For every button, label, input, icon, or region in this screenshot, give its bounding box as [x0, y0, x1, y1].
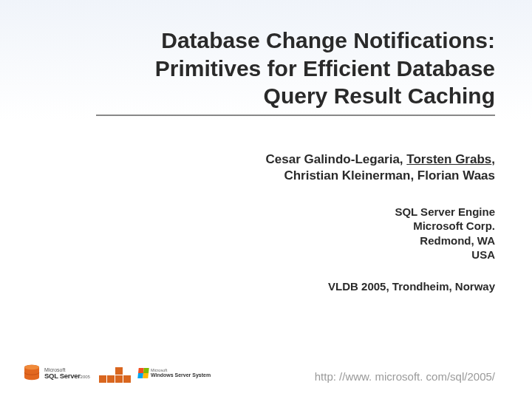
author-text: Cesar Galindo-Legaria, — [265, 152, 406, 166]
authors-line-1: Cesar Galindo-Legaria, Torsten Grabs, — [96, 151, 495, 168]
authors-block: Cesar Galindo-Legaria, Torsten Grabs, Ch… — [96, 151, 495, 184]
affiliation-line: SQL Server Engine — [96, 205, 495, 219]
slide-title: Database Change Notifications: Primitive… — [96, 27, 495, 116]
slide: Database Change Notifications: Primitive… — [0, 0, 532, 399]
sql-server-logo: Microsoft SQL Server2005 — [22, 364, 90, 383]
affiliation-line: USA — [96, 248, 495, 262]
footer-url: http: //www. microsoft. com/sql/2005/ — [315, 370, 495, 383]
database-icon — [22, 364, 41, 383]
ws-logo-text: Microsoft Windows Server System — [151, 369, 211, 378]
svg-point-1 — [24, 365, 39, 369]
windows-server-logo: Microsoft Windows Server System — [138, 368, 211, 378]
affiliation-line: Microsoft Corp. — [96, 219, 495, 233]
authors-line-2: Christian Kleinerman, Florian Waas — [96, 168, 495, 184]
sql-logo-text: Microsoft SQL Server2005 — [44, 367, 90, 380]
decorative-squares-icon — [99, 367, 131, 383]
venue-text: VLDB 2005, Trondheim, Norway — [96, 280, 495, 293]
logo-area: Microsoft SQL Server2005 Microsoft Windo… — [22, 364, 211, 383]
ws-product: Windows Server System — [151, 372, 211, 378]
logo-product: SQL Server — [44, 372, 81, 380]
author-presenter: Torsten Grabs — [406, 152, 491, 166]
author-text: , — [491, 152, 495, 166]
affiliation-line: Redmond, WA — [96, 233, 495, 248]
logo-year: 2005 — [81, 375, 90, 379]
affiliation-block: SQL Server Engine Microsoft Corp. Redmon… — [96, 205, 495, 262]
windows-flag-icon — [137, 368, 149, 378]
